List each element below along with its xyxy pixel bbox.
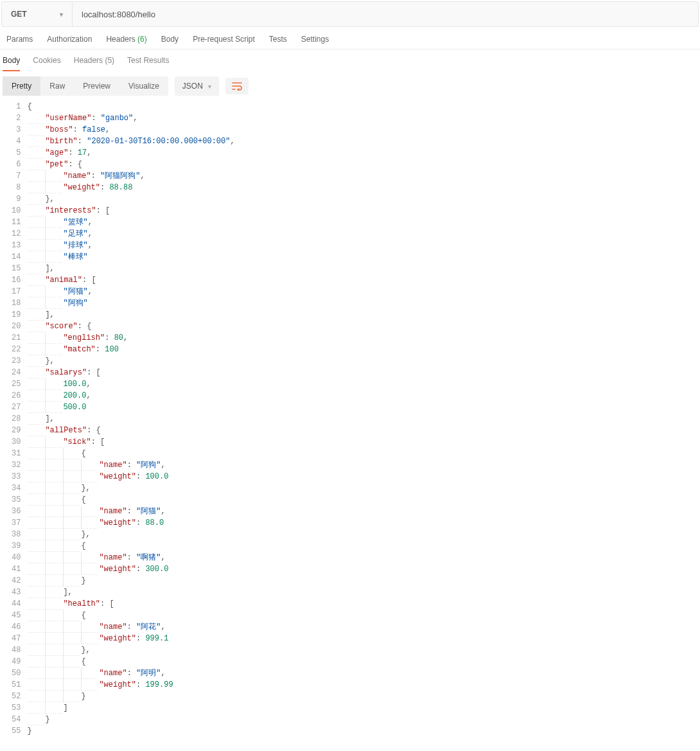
- response-toolbar: Pretty Raw Preview Visualize JSON ▾: [0, 71, 700, 101]
- tab-headers-count: (6): [137, 35, 147, 44]
- tab-headers[interactable]: Headers (6): [106, 35, 146, 44]
- code-line: }: [27, 714, 700, 725]
- code-line: "birth": "2020-01-30T16:00:00.000+00:00"…: [27, 136, 700, 147]
- url-input[interactable]: [73, 2, 698, 26]
- code-line: ],: [27, 263, 700, 274]
- response-tabs: Body Cookies Headers (5) Test Results: [0, 49, 700, 71]
- code-line: "sick": [: [27, 436, 700, 448]
- code-line: },: [27, 355, 700, 367]
- request-bar: GET ▾: [1, 1, 699, 27]
- code-line: 200.0,: [27, 390, 700, 402]
- code-line: "足球",: [27, 228, 700, 240]
- chevron-down-icon: ▾: [208, 83, 211, 90]
- code-line: "animal": [: [27, 274, 700, 286]
- tab-body[interactable]: Body: [161, 35, 179, 44]
- code-line: 500.0: [27, 402, 700, 413]
- code-line: "weight": 999.1: [27, 633, 700, 644]
- code-line: "pet": {: [27, 159, 700, 170]
- code-line: "name": "阿明",: [27, 667, 700, 679]
- code-line: "userName": "ganbo",: [27, 112, 700, 124]
- tab-prerequest-script[interactable]: Pre-request Script: [193, 35, 255, 44]
- wrap-icon: [232, 82, 242, 91]
- code-line: "棒球": [27, 251, 700, 263]
- code-line: "weight": 88.88: [27, 182, 700, 193]
- code-line: "boss": false,: [27, 124, 700, 136]
- code-line: },: [27, 193, 700, 205]
- code-line: ],: [27, 587, 700, 598]
- view-mode-preview[interactable]: Preview: [74, 76, 119, 96]
- code-line: "name": "啊猪",: [27, 552, 700, 563]
- code-line: "name": "阿花",: [27, 621, 700, 633]
- code-line: ],: [27, 309, 700, 321]
- tab-authorization[interactable]: Authorization: [47, 35, 92, 44]
- code-line: "weight": 300.0: [27, 563, 700, 575]
- tab-params[interactable]: Params: [6, 35, 33, 44]
- code-line: {: [27, 101, 700, 112]
- code-line: {: [27, 494, 700, 506]
- view-mode-raw[interactable]: Raw: [40, 76, 74, 96]
- response-tab-headers-label: Headers: [74, 56, 103, 65]
- code-line: {: [27, 540, 700, 552]
- code-line: "salarys": [: [27, 367, 700, 378]
- language-select-label: JSON: [182, 82, 203, 91]
- language-select[interactable]: JSON ▾: [175, 76, 219, 96]
- line-number-gutter: 1234567891011121314151617181920212223242…: [3, 101, 27, 737]
- code-line: {: [27, 610, 700, 621]
- code-line: "weight": 100.0: [27, 471, 700, 482]
- wrap-lines-button[interactable]: [225, 78, 249, 94]
- code-line: "match": 100: [27, 344, 700, 355]
- code-line: "weight": 199.99: [27, 679, 700, 691]
- code-line: ]: [27, 702, 700, 714]
- response-tab-body[interactable]: Body: [3, 56, 20, 71]
- code-line: "name": "阿猫阿狗",: [27, 170, 700, 182]
- code-line: "weight": 88.0: [27, 517, 700, 529]
- code-line: }: [27, 691, 700, 702]
- code-line: 100.0,: [27, 378, 700, 390]
- response-body-viewer: 1234567891011121314151617181920212223242…: [0, 101, 700, 737]
- code-line: "english": 80,: [27, 332, 700, 344]
- http-method-select[interactable]: GET ▾: [2, 2, 73, 26]
- code-line: "allPets": {: [27, 425, 700, 436]
- request-tabs: Params Authorization Headers (6) Body Pr…: [0, 27, 700, 49]
- code-line: "age": 17,: [27, 147, 700, 159]
- code-line: },: [27, 482, 700, 494]
- code-line: "name": "阿猫",: [27, 506, 700, 517]
- code-line: "排球",: [27, 240, 700, 251]
- code-line: "阿猫",: [27, 286, 700, 297]
- code-line: "篮球",: [27, 216, 700, 228]
- code-line: "name": "阿狗",: [27, 459, 700, 471]
- code-line: },: [27, 644, 700, 656]
- code-line: }: [27, 575, 700, 587]
- code-line: }: [27, 725, 700, 737]
- response-tab-cookies[interactable]: Cookies: [33, 56, 60, 71]
- response-tab-headers[interactable]: Headers (5): [74, 56, 114, 71]
- view-mode-segment: Pretty Raw Preview Visualize: [3, 76, 168, 96]
- code-line: },: [27, 529, 700, 540]
- tab-tests[interactable]: Tests: [269, 35, 287, 44]
- view-mode-visualize[interactable]: Visualize: [119, 76, 168, 96]
- code-line: "阿狗": [27, 297, 700, 309]
- code-line: "interests": [: [27, 205, 700, 216]
- code-content[interactable]: {"userName": "ganbo","boss": false,"birt…: [27, 101, 700, 737]
- http-method-label: GET: [11, 10, 27, 19]
- response-tab-headers-count: (5): [105, 56, 114, 65]
- response-tab-test-results[interactable]: Test Results: [127, 56, 169, 71]
- code-line: {: [27, 448, 700, 459]
- tab-headers-label: Headers: [106, 35, 135, 44]
- chevron-down-icon: ▾: [60, 11, 63, 18]
- code-line: {: [27, 656, 700, 667]
- code-line: "health": [: [27, 598, 700, 610]
- code-line: "score": {: [27, 321, 700, 332]
- tab-settings[interactable]: Settings: [301, 35, 329, 44]
- view-mode-pretty[interactable]: Pretty: [3, 76, 40, 96]
- code-line: ],: [27, 413, 700, 425]
